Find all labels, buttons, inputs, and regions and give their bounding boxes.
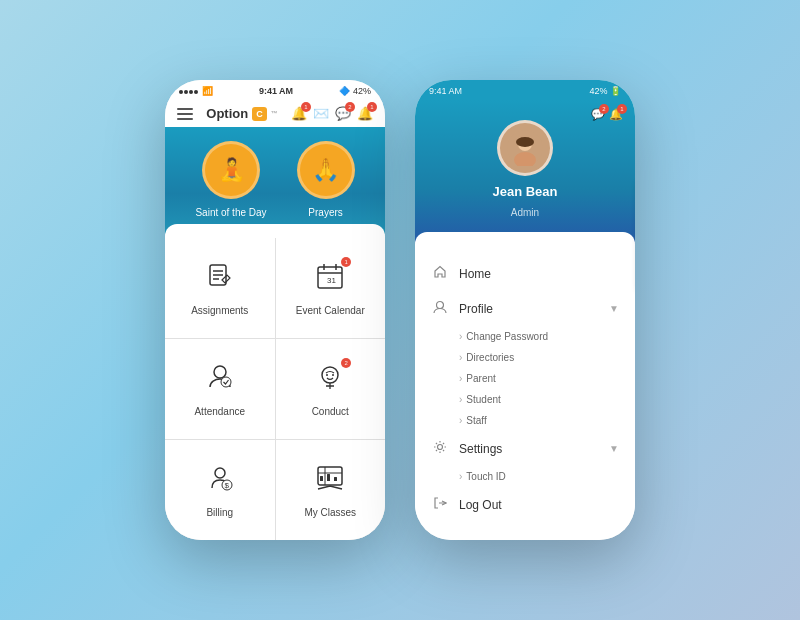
app-name: Option <box>206 106 248 121</box>
side-chat-icon[interactable]: 💬 2 <box>591 108 605 121</box>
app-logo: Option C ™ <box>206 106 277 121</box>
svg-point-12 <box>326 374 328 376</box>
menu-item-assignments[interactable]: Assignments <box>165 238 275 338</box>
menu-grid: Assignments 31 1 Event Calendar <box>165 238 385 540</box>
side-chat-badge: 2 <box>599 104 609 114</box>
event-calendar-icon-wrapper: 31 1 <box>315 261 345 298</box>
svg-point-9 <box>214 366 226 378</box>
mail-icon-wrapper[interactable]: ✉️ <box>313 106 329 121</box>
svg-point-14 <box>215 468 225 478</box>
logo-box: C <box>252 107 267 121</box>
status-bar-left: 📶 9:41 AM 🔷 42% <box>165 80 385 100</box>
svg-point-13 <box>332 374 334 376</box>
user-name: Jean Bean <box>492 184 557 199</box>
alert-badge: 1 <box>367 102 377 112</box>
status-bar-right: 9:41 AM 42% 🔋 <box>415 80 635 100</box>
side-menu-home[interactable]: Home <box>415 256 635 291</box>
right-phone: 9:41 AM 42% 🔋 💬 2 🔔 1 <box>415 80 635 540</box>
prayers-item[interactable]: 🙏 Prayers <box>297 141 355 218</box>
menu-item-conduct[interactable]: 2 Conduct <box>276 339 386 439</box>
user-avatar <box>497 120 553 176</box>
svg-rect-22 <box>334 477 337 481</box>
svg-point-10 <box>221 377 231 387</box>
svg-rect-21 <box>327 474 330 481</box>
submenu-staff[interactable]: Staff <box>415 410 635 431</box>
billing-label: Billing <box>206 507 233 518</box>
billing-svg: $ <box>205 463 235 493</box>
logout-icon <box>431 496 449 513</box>
svg-point-28 <box>438 445 443 450</box>
chat-icon-wrapper[interactable]: 💬 2 <box>335 106 351 121</box>
settings-chevron: ▼ <box>609 443 619 454</box>
my-classes-label: My Classes <box>304 507 356 518</box>
hamburger-menu[interactable] <box>177 108 193 120</box>
menu-item-billing[interactable]: $ Billing <box>165 440 275 540</box>
svg-rect-20 <box>320 476 323 481</box>
prayers-circle: 🙏 <box>297 141 355 199</box>
submenu-change-password[interactable]: Change Password <box>415 326 635 347</box>
conduct-svg <box>315 362 345 392</box>
assignments-label: Assignments <box>191 305 248 316</box>
hero-section: 🧘 Saint of the Day 🙏 Prayers <box>165 127 385 238</box>
submenu-touch-id[interactable]: Touch ID <box>415 466 635 487</box>
saint-of-day-item[interactable]: 🧘 Saint of the Day <box>195 141 266 218</box>
status-left: 📶 <box>179 86 213 96</box>
signal-icon <box>179 86 199 96</box>
app-header: Option C ™ 🔔 1 ✉️ 💬 2 <box>165 100 385 127</box>
left-phone: 📶 9:41 AM 🔷 42% Option C ™ <box>165 80 385 540</box>
assignments-svg <box>205 261 235 291</box>
saint-label: Saint of the Day <box>195 207 266 218</box>
logout-label: Log Out <box>459 498 619 512</box>
profile-icon <box>431 300 449 317</box>
assignments-icon-wrapper <box>205 261 235 298</box>
menu-item-event-calendar[interactable]: 31 1 Event Calendar <box>276 238 386 338</box>
side-menu-profile[interactable]: Profile ▼ <box>415 291 635 326</box>
side-menu-body: Home Profile ▼ Change Password <box>415 248 635 540</box>
svg-point-26 <box>516 137 534 147</box>
event-calendar-label: Event Calendar <box>296 305 365 316</box>
svg-text:$: $ <box>224 481 229 490</box>
attendance-icon-wrapper <box>205 362 235 399</box>
user-role: Admin <box>511 207 539 218</box>
profile-chevron: ▼ <box>609 303 619 314</box>
side-menu-logout[interactable]: Log Out <box>415 487 635 522</box>
svg-point-27 <box>437 302 444 309</box>
profile-label: Profile <box>459 302 599 316</box>
status-right: 🔷 42% <box>339 86 371 96</box>
calendar-badge: 1 <box>341 257 351 267</box>
battery-text: 42% <box>353 86 371 96</box>
wifi-icon: 📶 <box>202 86 213 96</box>
prayers-icon: 🙏 <box>312 157 339 183</box>
avatar-svg <box>507 130 543 166</box>
gear-icon <box>431 440 449 457</box>
my-classes-icon-wrapper <box>315 463 345 500</box>
side-menu-settings[interactable]: Settings ▼ <box>415 431 635 466</box>
submenu-directories[interactable]: Directories <box>415 347 635 368</box>
status-battery-right: 42% 🔋 <box>589 86 621 96</box>
bell-icon-wrapper[interactable]: 🔔 1 <box>291 106 307 121</box>
status-time-right: 9:41 AM <box>429 86 462 96</box>
saint-circle: 🧘 <box>202 141 260 199</box>
svg-text:31: 31 <box>327 276 336 285</box>
side-bell-icon[interactable]: 🔔 1 <box>609 108 623 121</box>
conduct-label: Conduct <box>312 406 349 417</box>
svg-point-11 <box>322 367 338 383</box>
trademark-icon: ™ <box>271 110 278 117</box>
attendance-label: Attendance <box>194 406 245 417</box>
billing-icon-wrapper: $ <box>205 463 235 500</box>
submenu-parent[interactable]: Parent <box>415 368 635 389</box>
menu-item-attendance[interactable]: Attendance <box>165 339 275 439</box>
home-label: Home <box>459 267 619 281</box>
side-menu-header: 💬 2 🔔 1 J <box>415 100 635 248</box>
chat-badge: 2 <box>345 102 355 112</box>
conduct-icon-wrapper: 2 <box>315 362 345 399</box>
mail-icon: ✉️ <box>313 106 329 121</box>
side-bell-badge: 1 <box>617 104 627 114</box>
alert-icon-wrapper[interactable]: 🔔 1 <box>357 106 373 121</box>
menu-item-my-classes[interactable]: My Classes <box>276 440 386 540</box>
prayers-label: Prayers <box>308 207 342 218</box>
bell-badge: 1 <box>301 102 311 112</box>
submenu-student[interactable]: Student <box>415 389 635 410</box>
bluetooth-icon: 🔷 <box>339 86 350 96</box>
settings-label: Settings <box>459 442 599 456</box>
